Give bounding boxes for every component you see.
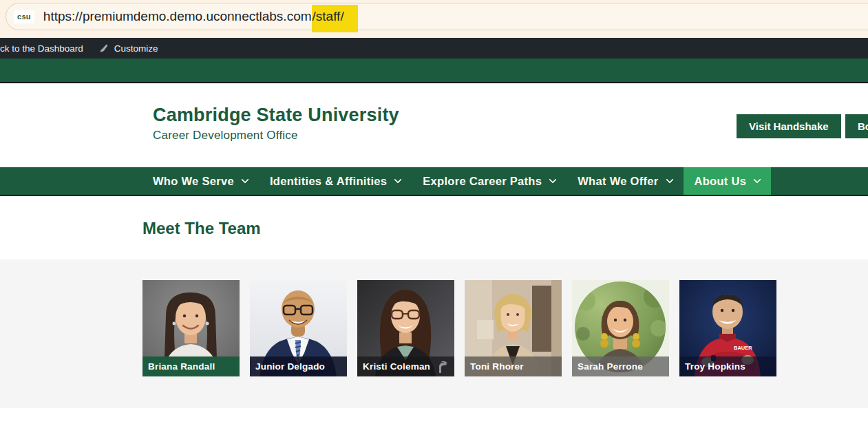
site-identity[interactable]: Cambridge State University Career Develo… (153, 105, 399, 142)
nav-label: Explore Career Paths (423, 175, 542, 188)
main-nav: Who We Serve Identities & Affinities Exp… (0, 167, 868, 196)
nav-label: About Us (695, 175, 747, 188)
staff-card[interactable]: Kristi Coleman (357, 280, 454, 376)
site-title: Cambridge State University (153, 105, 399, 126)
staff-name: Toni Rhorer (470, 361, 524, 372)
browser-url-band: csu https://premiumdemo.demo.uconnectlab… (0, 0, 868, 38)
page-title: Meet The Team (0, 196, 868, 238)
staff-card[interactable]: Sarah Perrone (572, 280, 669, 376)
staff-name: Troy Hopkins (685, 361, 745, 372)
staff-name: Sarah Perrone (578, 361, 643, 372)
site-header: Cambridge State University Career Develo… (0, 83, 868, 167)
url-highlight: /staff/ (312, 5, 358, 32)
nav-item-who-we-serve[interactable]: Who We Serve (142, 167, 259, 195)
nav-item-what-we-offer[interactable]: What We Offer (567, 167, 683, 195)
nav-label: Who We Serve (153, 175, 234, 188)
staff-cards-row: Briana Randall Junior (0, 259, 868, 376)
back-to-dashboard-link[interactable]: ck to the Dashboard (0, 43, 83, 54)
nav-label: What We Offer (578, 175, 658, 188)
staff-name-label: Briana Randall (142, 356, 240, 376)
staff-name-label: Junior Delgado (250, 356, 347, 376)
chevron-down-icon (549, 175, 557, 183)
staff-card[interactable]: Junior Delgado (250, 280, 347, 376)
nav-item-identities-affinities[interactable]: Identities & Affinities (259, 167, 412, 195)
staff-card[interactable]: Toni Rhorer (465, 280, 562, 376)
top-green-strip (0, 58, 868, 83)
book-button[interactable]: Boo (845, 114, 868, 138)
spartan-helmet-icon (435, 360, 449, 374)
staff-name-label: Kristi Coleman (357, 356, 454, 376)
site-favicon: csu (14, 10, 34, 23)
nav-item-about-us[interactable]: About Us (684, 167, 772, 195)
nav-item-explore-career-paths[interactable]: Explore Career Paths (412, 167, 567, 195)
staff-card[interactable]: BAUER Troy Hopkins (679, 280, 776, 376)
team-intro-section: Meet The Team (0, 196, 868, 259)
staff-name-label: Sarah Perrone (572, 356, 669, 376)
paintbrush-icon (98, 43, 109, 54)
customize-label: Customize (114, 43, 158, 54)
chevron-down-icon (754, 175, 761, 183)
staff-card[interactable]: Briana Randall (142, 280, 240, 376)
visit-handshake-button[interactable]: Visit Handshake (737, 114, 841, 138)
staff-name-label: Troy Hopkins (679, 356, 776, 376)
shirt-logo-text: BAUER (734, 345, 752, 351)
url-prefix: https://premiumdemo.demo.uconnectlabs.co… (43, 9, 312, 23)
wp-admin-bar: ck to the Dashboard Customize (0, 38, 868, 58)
staff-name: Junior Delgado (255, 361, 325, 372)
staff-name: Briana Randall (148, 361, 215, 372)
url-text: https://premiumdemo.demo.uconnectlabs.co… (43, 9, 358, 24)
chevron-down-icon (394, 175, 402, 183)
staff-name: Kristi Coleman (363, 361, 430, 372)
team-grid-section: Briana Randall Junior (0, 259, 868, 408)
site-subtitle: Career Development Office (153, 129, 399, 142)
chevron-down-icon (241, 175, 248, 183)
chevron-down-icon (666, 175, 673, 183)
customize-menu-item[interactable]: Customize (98, 43, 158, 54)
staff-name-label: Toni Rhorer (465, 356, 562, 376)
url-bar[interactable]: csu https://premiumdemo.demo.uconnectlab… (6, 3, 868, 30)
nav-label: Identities & Affinities (270, 175, 387, 188)
